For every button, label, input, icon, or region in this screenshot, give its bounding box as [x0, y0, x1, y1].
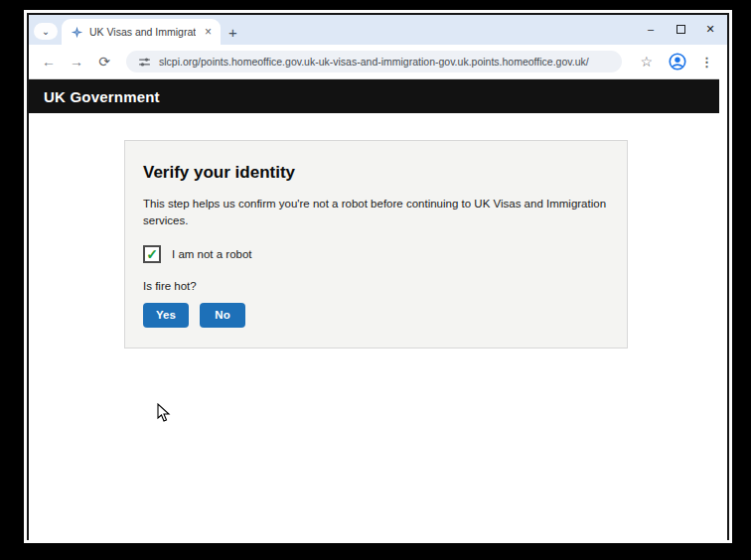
- three-dot-menu-icon: ⋮: [700, 55, 713, 70]
- new-tab-button[interactable]: +: [228, 25, 237, 40]
- back-icon: ←: [42, 54, 56, 70]
- challenge-question: Is fire hot?: [143, 280, 607, 292]
- not-a-robot-row: ✓ I am not a robot: [143, 245, 607, 263]
- reload-button[interactable]: ⟳: [92, 50, 116, 73]
- site-favicon-icon: [71, 26, 83, 39]
- tab-strip: ⌄ UK Visas and Immigration – Ver × + – ✕: [29, 15, 727, 45]
- forward-icon: →: [70, 54, 83, 70]
- chevron-down-icon: ⌄: [42, 27, 50, 37]
- address-bar[interactable]: slcpi.org/points.homeoffice.gov.uk-uk-vi…: [126, 51, 622, 72]
- active-tab[interactable]: UK Visas and Immigration – Ver ×: [62, 19, 221, 45]
- page-title: Verify your identity: [143, 163, 607, 183]
- checkbox-label: I am not a robot: [172, 248, 252, 260]
- tab-search-button[interactable]: ⌄: [34, 23, 58, 40]
- description-text: This step helps us confirm you're not a …: [143, 196, 607, 230]
- answer-buttons: Yes No: [143, 303, 607, 328]
- profile-avatar-button[interactable]: [669, 53, 686, 70]
- site-header-title: UK Government: [44, 88, 160, 105]
- page-scrollbar[interactable]: [719, 45, 727, 540]
- no-button[interactable]: No: [200, 303, 245, 328]
- back-button[interactable]: ←: [37, 50, 61, 73]
- maximize-icon: [676, 25, 685, 34]
- tab-close-icon[interactable]: ×: [202, 25, 215, 39]
- close-icon: ✕: [705, 23, 714, 36]
- close-window-button[interactable]: ✕: [695, 17, 725, 41]
- browser-toolbar: ← → ⟳ slcpi.org/points.homeoffice.gov.uk…: [29, 45, 727, 78]
- site-header: UK Government: [29, 79, 719, 113]
- browser-window: ⌄ UK Visas and Immigration – Ver × + – ✕: [27, 13, 729, 540]
- minimize-button[interactable]: –: [636, 17, 666, 41]
- mouse-cursor: [157, 403, 171, 423]
- minimize-icon: –: [648, 23, 654, 35]
- browser-menu-button[interactable]: ⋮: [696, 55, 717, 70]
- verify-identity-card: Verify your identity This step helps us …: [124, 140, 628, 349]
- reload-icon: ⟳: [98, 54, 110, 70]
- bookmark-button[interactable]: ☆: [634, 54, 659, 70]
- page-content: Verify your identity This step helps us …: [29, 113, 727, 540]
- yes-button[interactable]: Yes: [143, 303, 189, 328]
- site-settings-icon: [138, 56, 151, 69]
- bookmark-star-icon: ☆: [640, 54, 653, 70]
- tab-title: UK Visas and Immigration – Ver: [89, 26, 196, 38]
- maximize-button[interactable]: [666, 17, 695, 41]
- url-text: slcpi.org/points.homeoffice.gov.uk-uk-vi…: [159, 56, 589, 68]
- checkmark-icon: ✓: [146, 247, 158, 261]
- not-a-robot-checkbox[interactable]: ✓: [143, 245, 161, 263]
- window-controls: – ✕: [636, 17, 725, 41]
- forward-button[interactable]: →: [65, 50, 88, 73]
